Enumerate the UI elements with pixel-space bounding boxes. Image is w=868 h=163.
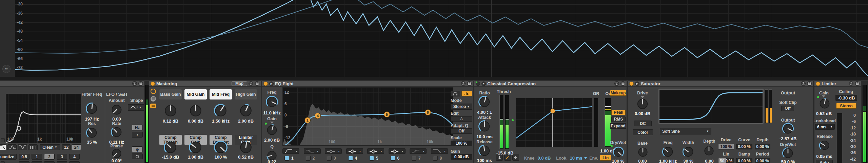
circuit-select[interactable]: Clean▼	[40, 144, 60, 150]
eq-freq-value[interactable]: 11.0 kHz	[262, 110, 283, 115]
rack-chain-list-button[interactable]	[151, 96, 156, 102]
comp-drywet-knob[interactable]	[613, 146, 624, 159]
thresh-meter-left[interactable]	[499, 95, 504, 149]
quantize-beat-button[interactable]: 4	[69, 154, 80, 160]
eq-band-handle[interactable]: 5	[384, 111, 390, 117]
transfer-view-button[interactable]	[504, 155, 511, 161]
band-dropdown-icon[interactable]: ▼	[295, 150, 298, 152]
hot-swap-icon[interactable]	[614, 81, 619, 86]
limiter-gain-knob[interactable]	[818, 97, 831, 111]
quantize-beat-button[interactable]: 3	[57, 154, 67, 160]
release-value[interactable]: 100 ms	[474, 158, 495, 163]
ws-param-value[interactable]: 100 %	[718, 144, 734, 149]
peak-button[interactable]: Peak	[611, 110, 626, 115]
phase-spin-button[interactable]	[132, 153, 143, 159]
hot-swap-icon[interactable]	[132, 81, 137, 86]
band-dropdown-icon[interactable]: ▼	[317, 150, 319, 152]
band-toggle[interactable]	[348, 156, 353, 161]
filter-type-lowpass-button[interactable]	[0, 144, 6, 150]
out-meter[interactable]	[605, 98, 611, 147]
ratio-value[interactable]: 4.00 : 1	[474, 110, 495, 115]
eq-gain-knob[interactable]	[266, 124, 278, 138]
hot-swap-icon[interactable]	[849, 81, 853, 86]
expand-button[interactable]: Expand	[610, 123, 626, 129]
band-toggle[interactable]	[284, 156, 289, 161]
stereo-mode-button[interactable]: Stereo	[836, 103, 856, 109]
thresh-meter-right[interactable]	[505, 95, 509, 149]
release-knob[interactable]	[478, 144, 491, 159]
sat-depth-knob[interactable]	[703, 145, 715, 158]
device-activator[interactable]	[151, 82, 155, 86]
shape-select[interactable]: Soft Sine▼	[660, 128, 711, 134]
rate-hz-button[interactable]: Hz	[132, 125, 143, 130]
sat-width-knob[interactable]	[682, 146, 694, 159]
spectrum-analyzer-display[interactable]: -30-36-42-48-54-60-66-72	[15, 0, 868, 77]
lookahead-value[interactable]: 10 ms	[568, 156, 584, 161]
eq-freq-knob[interactable]	[265, 95, 278, 110]
macro-value[interactable]: -15.0 dB	[159, 155, 182, 160]
phase-phi-button[interactable]: φ	[132, 146, 143, 152]
macro-knob[interactable]	[163, 104, 178, 119]
lfo-phase-value[interactable]: 0.00°	[105, 158, 128, 163]
attack-value[interactable]: 10.0 ms	[474, 134, 495, 139]
sat-drywet-knob[interactable]	[782, 147, 794, 161]
macro-value[interactable]: 0.00 dB	[184, 119, 208, 124]
filter-handle[interactable]	[17, 126, 21, 131]
sat-drywet-value[interactable]: 50.0 %	[776, 159, 800, 163]
quantize-beat-button[interactable]: 12	[57, 161, 67, 163]
rack-variations-button[interactable]	[151, 89, 156, 94]
color-button[interactable]: Color	[633, 129, 653, 135]
macro-knob[interactable]	[189, 104, 203, 119]
band-toggle[interactable]	[369, 156, 374, 161]
lfo-rate-knob[interactable]	[111, 126, 123, 140]
lookahead-dropdown-icon[interactable]	[584, 157, 587, 159]
ws-param-value[interactable]: 0.00 %	[736, 158, 752, 163]
mini-button[interactable]	[1, 161, 5, 163]
save-preset-icon[interactable]	[855, 81, 860, 86]
eq-band-handle[interactable]: 6	[425, 109, 431, 115]
quantize-beat-button[interactable]: 8	[44, 161, 55, 163]
band-shape-select[interactable]: ▼	[346, 148, 363, 154]
expand-view-button[interactable]: ▶	[269, 82, 274, 86]
slope-12-button[interactable]: 12	[62, 144, 71, 150]
edit-ab-button[interactable]: A	[451, 116, 472, 122]
sat-drive-value[interactable]: 0.00 dB	[628, 111, 657, 116]
band-toggle[interactable]	[327, 156, 332, 161]
band-dropdown-icon[interactable]: ▼	[401, 150, 404, 152]
res-knob[interactable]	[86, 127, 98, 140]
collapsed-view-button[interactable]	[496, 155, 503, 161]
dc-button[interactable]: DC	[634, 121, 652, 126]
ws-param-value[interactable]: 0.00 %	[755, 144, 770, 149]
filter-freq-knob[interactable]	[85, 102, 98, 116]
band-shape-select[interactable]: ▼	[367, 148, 384, 154]
macro-value[interactable]: 1.00 dB	[184, 155, 208, 160]
macro-value[interactable]: 0.52 dB	[234, 155, 258, 160]
base-value[interactable]: 0.00	[628, 159, 657, 163]
quantize-beat-button[interactable]: 0.5	[19, 154, 29, 160]
band-toggle[interactable]	[306, 156, 311, 161]
filter-freq-value[interactable]: 197 Hz	[81, 116, 103, 122]
quantize-label-button[interactable]: Quantize	[0, 154, 17, 160]
save-preset-icon[interactable]	[255, 81, 259, 86]
knee-value[interactable]: 0.0 dB	[535, 156, 553, 161]
eq-gain-value[interactable]: 2.00 dB	[262, 138, 283, 143]
save-preset-icon[interactable]	[138, 81, 143, 86]
expand-view-button[interactable]: ▶	[635, 82, 639, 86]
rate-sync-button[interactable]: ♪	[132, 132, 143, 138]
band-dropdown-icon[interactable]: ▼	[380, 150, 382, 152]
attack-knob[interactable]	[478, 120, 491, 134]
macro-knob[interactable]	[239, 104, 253, 119]
device-activator[interactable]	[629, 82, 634, 86]
macro-knob[interactable]	[214, 104, 228, 119]
analyze-button[interactable]	[461, 91, 472, 96]
auto-release-button[interactable]: Auto	[816, 160, 833, 163]
comp-drywet-value[interactable]: 100 %	[609, 159, 627, 163]
quantize-beat-button[interactable]: 6	[32, 161, 42, 163]
ws-param-value[interactable]: 0.00 %	[755, 158, 770, 163]
eq-band-handle[interactable]: 4	[315, 113, 321, 119]
limiter-release-value[interactable]: 0.05 ms	[814, 154, 835, 159]
band-toggle[interactable]	[391, 156, 395, 161]
res-value[interactable]: 35 %	[81, 140, 103, 145]
band-dropdown-icon[interactable]: ▼	[444, 150, 446, 152]
lfo-shape-select[interactable]: ▼	[128, 104, 144, 111]
